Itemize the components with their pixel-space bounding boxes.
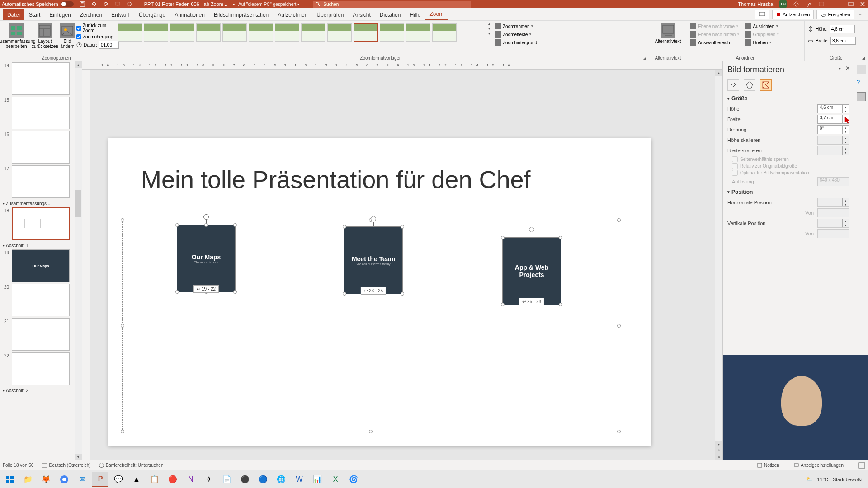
thumbs-scrollbar[interactable]: ▴ ▾ — [75, 61, 82, 460]
slide-thumb-14[interactable] — [12, 62, 70, 95]
slide-canvas[interactable]: Mein tolle Präsentation für den Chef Our… — [108, 138, 651, 446]
view-normal-button[interactable] — [858, 462, 865, 469]
selection-pane-button[interactable]: Auswahlbereich — [690, 39, 739, 46]
style-item[interactable] — [170, 23, 194, 42]
style-item[interactable] — [249, 23, 273, 42]
record-button[interactable]: Aufzeichnen — [772, 10, 814, 19]
tab-aufzeichnen[interactable]: Aufzeichnen — [273, 9, 312, 20]
tab-entwurf[interactable]: Entwurf — [107, 9, 134, 20]
start-button[interactable] — [2, 472, 18, 487]
zoom-card-3[interactable]: App & Web Projects ↩26 - 28 — [502, 237, 561, 305]
comments-button[interactable] — [755, 10, 769, 19]
fp-tab-fill[interactable] — [727, 79, 739, 91]
user-avatar[interactable]: TH — [779, 0, 787, 8]
zoom-card-2[interactable]: Meet the Team We call ourselves family ↩… — [344, 226, 403, 294]
return-zoom-check[interactable]: Zurück zum Zoom — [76, 23, 119, 33]
outlook-icon[interactable]: ✉ — [74, 472, 90, 487]
word-icon[interactable]: W — [291, 472, 307, 487]
excel-icon[interactable]: X — [327, 472, 344, 487]
maximize-button[interactable] — [847, 1, 854, 7]
style-item-selected[interactable] — [354, 23, 378, 42]
section-header-summary[interactable]: ▸Zusammenfassungs... — [2, 200, 80, 207]
gallery-up[interactable]: ▴ — [488, 22, 490, 26]
style-item[interactable] — [406, 23, 430, 42]
zoom-transition-check[interactable]: Zoomübergang — [76, 34, 119, 40]
bring-forward-button[interactable]: Ebene nach vorne▾ — [690, 23, 739, 30]
editor-prev-slide[interactable]: ⇞ — [715, 447, 722, 454]
change-image-button[interactable]: Bild ändern — [60, 22, 75, 49]
alttext-button[interactable]: Alternativtext — [655, 22, 682, 44]
accessibility-check[interactable]: Barrierefreiheit: Untersuchen — [99, 463, 164, 468]
align-button[interactable]: Ausrichten▾ — [745, 23, 779, 30]
tab-zoom[interactable]: Zoom — [425, 9, 448, 20]
scroll-thumb[interactable] — [75, 190, 81, 217]
display-settings[interactable]: Anzeigeeinstellungen — [794, 463, 844, 468]
scroll-down-button[interactable]: ▾ — [75, 454, 82, 460]
tab-animationen[interactable]: Animationen — [170, 9, 209, 20]
slide-title[interactable]: Mein tolle Präsentation für den Chef — [141, 165, 531, 193]
app-icon[interactable]: 💬 — [110, 472, 127, 487]
style-item[interactable] — [118, 23, 142, 42]
slide-thumb-19[interactable]: Our Maps — [12, 249, 70, 282]
style-item[interactable] — [144, 23, 168, 42]
chrome-icon[interactable] — [56, 472, 72, 487]
rotate-handle[interactable] — [203, 214, 209, 220]
fp-tab-size[interactable] — [760, 79, 772, 91]
tab-zeichnen[interactable]: Zeichnen — [75, 9, 107, 20]
powerpoint-icon[interactable]: P — [92, 472, 108, 487]
fp-height-input[interactable]: 4,6 cm▴▾ — [817, 104, 849, 113]
style-item[interactable] — [301, 23, 326, 42]
fp-vfrom-select[interactable] — [817, 229, 849, 238]
tab-start[interactable]: Start — [24, 9, 45, 20]
tab-datei[interactable]: Datei — [3, 9, 24, 20]
autosave-toggle[interactable]: Automatisches Speichern — [2, 1, 74, 7]
slide-thumb-17[interactable] — [12, 165, 70, 198]
app-icon-5[interactable]: 🔵 — [255, 472, 271, 487]
gallery-more[interactable]: ▾ — [488, 32, 490, 36]
editor-scroll-down[interactable]: ▾ — [715, 441, 722, 447]
zoom-container-frame[interactable]: Our Maps The world is ours ↩19 - 22 Meet… — [122, 220, 619, 432]
toggle-switch[interactable] — [61, 1, 74, 7]
zoom-effects-button[interactable]: Zoomeffekte▾ — [495, 31, 537, 38]
tab-dictation[interactable]: Dictation — [375, 9, 406, 20]
collapse-ribbon-button[interactable]: ⌄ — [857, 10, 863, 19]
save-icon[interactable] — [79, 1, 85, 7]
tab-ueberpruefen[interactable]: Überprüfen — [312, 9, 348, 20]
rotate-button[interactable]: Drehen▾ — [745, 39, 779, 46]
minimize-button[interactable] — [835, 1, 843, 7]
app-icon-3[interactable]: 🔴 — [165, 472, 181, 487]
rotate-handle[interactable] — [529, 227, 534, 232]
tab-hilfe[interactable]: Hilfe — [405, 9, 425, 20]
style-item[interactable] — [327, 23, 352, 42]
app-icon-6[interactable]: 🌐 — [273, 472, 289, 487]
group-button[interactable]: Gruppieren▾ — [745, 31, 779, 38]
section-header-2[interactable]: ▸Abschnitt 2 — [2, 387, 80, 394]
telegram-icon[interactable]: ✈ — [201, 472, 217, 487]
editor-scroll-up[interactable]: ▴ — [715, 70, 722, 76]
rb-help-icon[interactable]: ? — [857, 79, 866, 88]
touch-icon[interactable] — [126, 1, 132, 7]
tab-uebergaenge[interactable]: Übergänge — [134, 9, 170, 20]
tab-bildschirm[interactable]: Bildschirmpräsentation — [209, 9, 273, 20]
fp-section-position[interactable]: ▾Position — [727, 189, 849, 195]
fp-scaleh-input[interactable]: ▴▾ — [817, 136, 849, 145]
fp-vpos-input[interactable]: ▴▾ — [817, 219, 849, 228]
ribbon-width-input[interactable] — [830, 37, 856, 45]
weather-temp[interactable]: 11°C — [817, 477, 828, 482]
style-item[interactable] — [432, 23, 457, 42]
editor-scrollbar[interactable]: ▴ ▾ ⇞ ⇟ — [715, 70, 722, 460]
redo-icon[interactable] — [103, 1, 109, 7]
rb-icon-1[interactable] — [857, 65, 866, 74]
style-item[interactable] — [275, 23, 299, 42]
app-icon-7[interactable]: 📊 — [309, 472, 326, 487]
gallery-down[interactable]: ▾ — [488, 27, 490, 31]
dialog-launcher[interactable]: ◢ — [643, 56, 648, 60]
diamond-icon[interactable] — [793, 1, 799, 7]
style-item[interactable] — [380, 23, 404, 42]
style-item[interactable] — [222, 23, 247, 42]
send-backward-button[interactable]: Ebene nach hinten▾ — [690, 31, 739, 38]
zoom-frame-button[interactable]: Zoomrahmen▾ — [495, 23, 537, 30]
ribbon-height-input[interactable] — [830, 25, 855, 33]
share-button[interactable]: Freigeben — [816, 10, 854, 19]
user-name[interactable]: Thomas Hruska — [738, 1, 773, 7]
